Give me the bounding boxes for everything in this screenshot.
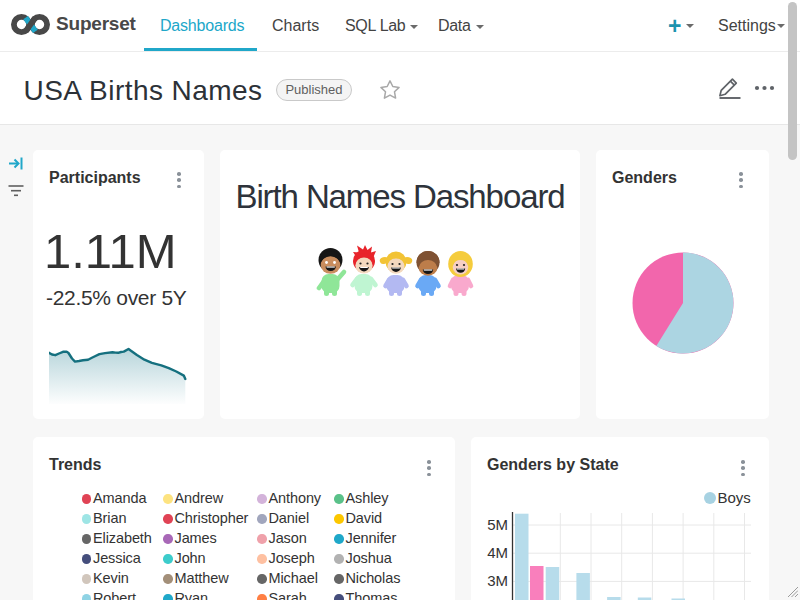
svg-text:4M: 4M — [487, 544, 508, 561]
svg-text:3M: 3M — [487, 572, 508, 589]
svg-text:5M: 5M — [487, 516, 508, 533]
